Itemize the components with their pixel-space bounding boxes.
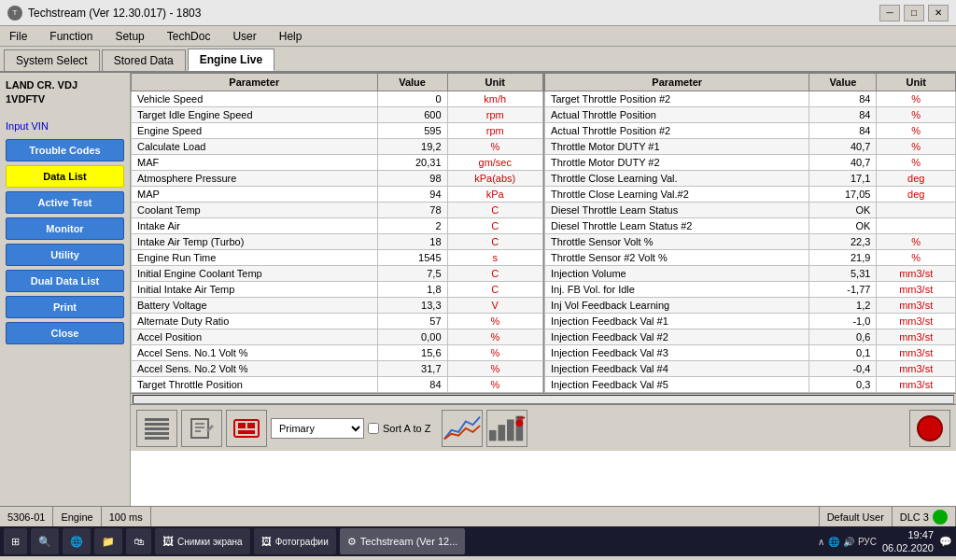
right-value-cell: OK bbox=[809, 218, 877, 234]
table-row: Inj. FB Vol. for Idle -1,77 mm3/st bbox=[545, 282, 956, 298]
table-row: Initial Intake Air Temp 1,8 C bbox=[132, 282, 543, 298]
left-param-cell: Battery Voltage bbox=[132, 298, 378, 314]
left-value-cell: 595 bbox=[377, 123, 447, 139]
notification-icon[interactable]: 💬 bbox=[939, 536, 952, 548]
right-param-cell: Throttle Close Learning Val. bbox=[545, 171, 809, 187]
status-spacer bbox=[151, 507, 820, 526]
start-button[interactable]: ⊞ bbox=[4, 528, 27, 554]
toolbar-graph-btn[interactable] bbox=[442, 410, 483, 447]
taskbar-explorer-btn[interactable]: 📁 bbox=[94, 528, 122, 554]
techstream-task-label: Techstream (Ver 12... bbox=[360, 536, 458, 547]
taskbar-search-btn[interactable]: 🔍 bbox=[31, 528, 59, 554]
left-value-cell: 15,6 bbox=[377, 345, 447, 361]
left-unit-cell: C bbox=[447, 218, 542, 234]
right-unit-cell: deg bbox=[877, 171, 956, 187]
right-table-scroll[interactable]: Parameter Value Unit Target Throttle Pos… bbox=[544, 73, 956, 393]
taskbar-store-btn[interactable]: 🛍 bbox=[126, 528, 151, 554]
minimize-button[interactable]: ─ bbox=[879, 5, 900, 21]
svg-point-18 bbox=[516, 419, 524, 427]
window-controls[interactable]: ─ □ ✕ bbox=[879, 5, 949, 21]
toolbar-edit-btn[interactable] bbox=[181, 410, 222, 447]
table-row: Intake Air 2 C bbox=[132, 218, 543, 234]
left-value-cell: 84 bbox=[377, 377, 447, 393]
taskbar-techstream-btn[interactable]: ⚙ Techstream (Ver 12... bbox=[340, 528, 466, 554]
print-button[interactable]: Print bbox=[6, 296, 124, 318]
trouble-codes-button[interactable]: Trouble Codes bbox=[6, 139, 124, 161]
vehicle-info: LAND CR. VDJ1VDFTV bbox=[6, 78, 124, 107]
language-indicator[interactable]: РУС bbox=[858, 537, 877, 547]
left-param-cell: Intake Air Temp (Turbo) bbox=[132, 234, 378, 250]
svg-rect-3 bbox=[145, 432, 169, 435]
active-test-button[interactable]: Active Test bbox=[6, 191, 124, 214]
right-param-cell: Throttle Motor DUTY #2 bbox=[545, 155, 809, 171]
right-unit-cell bbox=[877, 218, 956, 234]
network-icon[interactable]: 🌐 bbox=[828, 537, 839, 547]
record-button[interactable] bbox=[909, 410, 950, 447]
primary-dropdown[interactable]: Primary Secondary bbox=[271, 418, 364, 439]
right-param-cell: Injection Feedback Val #3 bbox=[545, 345, 809, 361]
monitor-button[interactable]: Monitor bbox=[6, 217, 124, 240]
utility-button[interactable]: Utility bbox=[6, 244, 124, 266]
left-table-container: Parameter Value Unit Vehicle Speed 0 km/… bbox=[131, 73, 543, 393]
record-circle-icon bbox=[917, 415, 943, 441]
table-row: Battery Voltage 13,3 V bbox=[132, 298, 543, 314]
menu-user[interactable]: User bbox=[227, 28, 261, 45]
right-value-cell: 22,3 bbox=[809, 234, 877, 250]
taskbar-photos2-btn[interactable]: 🖼 Фотографии bbox=[254, 528, 336, 554]
table-row: Throttle Sensor #2 Volt % 21,9 % bbox=[545, 250, 956, 266]
right-value-cell: 5,31 bbox=[809, 266, 877, 282]
tray-arrow[interactable]: ∧ bbox=[818, 537, 824, 547]
tab-engine-live[interactable]: Engine Live bbox=[188, 49, 274, 71]
content-area: Parameter Value Unit Vehicle Speed 0 km/… bbox=[131, 73, 956, 506]
menu-function[interactable]: Function bbox=[44, 28, 98, 45]
sidebar: LAND CR. VDJ1VDFTV Input VIN Trouble Cod… bbox=[0, 73, 131, 506]
toolbar-data-btn[interactable] bbox=[486, 410, 527, 447]
left-unit-cell: gm/sec bbox=[447, 155, 542, 171]
left-value-cell: 31,7 bbox=[377, 361, 447, 377]
data-list-button[interactable]: Data List bbox=[6, 165, 124, 188]
dual-data-list-button[interactable]: Dual Data List bbox=[6, 270, 124, 292]
scroll-track[interactable] bbox=[133, 395, 954, 404]
sort-checkbox[interactable] bbox=[368, 423, 379, 434]
toolbar-snapshot-btn[interactable] bbox=[226, 410, 267, 447]
maximize-button[interactable]: □ bbox=[904, 5, 924, 21]
menu-help[interactable]: Help bbox=[274, 28, 308, 45]
taskbar-photos-btn[interactable]: 🖼 Снимки экрана bbox=[155, 528, 250, 554]
right-unit-cell: mm3/st bbox=[877, 266, 956, 282]
left-value-cell: 78 bbox=[377, 203, 447, 218]
right-value-cell: 1,2 bbox=[809, 298, 877, 314]
close-button-sidebar[interactable]: Close bbox=[6, 322, 124, 344]
left-param-cell: Accel Sens. No.1 Volt % bbox=[132, 345, 378, 361]
menu-techdoc[interactable]: TechDoc bbox=[162, 28, 217, 45]
right-param-cell: Target Throttle Position #2 bbox=[545, 91, 809, 107]
toolbar-list-btn[interactable] bbox=[136, 410, 177, 447]
menu-file[interactable]: File bbox=[4, 28, 33, 45]
left-unit-cell: V bbox=[447, 298, 542, 314]
taskbar-chrome-btn[interactable]: 🌐 bbox=[63, 528, 91, 554]
right-unit-cell: mm3/st bbox=[877, 329, 956, 345]
table-row: Diesel Throttle Learn Status OK bbox=[545, 203, 956, 218]
left-unit-cell: % bbox=[447, 377, 542, 393]
right-value-cell: 40,7 bbox=[809, 139, 877, 155]
right-unit-cell: % bbox=[877, 123, 956, 139]
tab-system-select[interactable]: System Select bbox=[4, 49, 100, 71]
left-value-cell: 2 bbox=[377, 218, 447, 234]
menu-setup[interactable]: Setup bbox=[109, 28, 149, 45]
chrome-icon: 🌐 bbox=[70, 536, 83, 548]
table-row: Intake Air Temp (Turbo) 18 C bbox=[132, 234, 543, 250]
table-row: Throttle Motor DUTY #2 40,7 % bbox=[545, 155, 956, 171]
close-button[interactable]: ✕ bbox=[928, 5, 949, 21]
taskbar-right: ∧ 🌐 🔊 РУС 19:47 06.02.2020 💬 bbox=[818, 528, 952, 555]
left-value-cell: 1,8 bbox=[377, 282, 447, 298]
sort-checkbox-label[interactable]: Sort A to Z bbox=[368, 423, 430, 434]
left-table-scroll[interactable]: Parameter Value Unit Vehicle Speed 0 km/… bbox=[131, 73, 543, 393]
volume-icon[interactable]: 🔊 bbox=[843, 537, 854, 547]
horizontal-scrollbar[interactable] bbox=[131, 393, 956, 404]
right-param-cell: Inj Vol Feedback Learning bbox=[545, 298, 809, 314]
svg-rect-4 bbox=[145, 437, 169, 440]
right-value-cell: 40,7 bbox=[809, 155, 877, 171]
table-row: Injection Feedback Val #2 0,6 mm3/st bbox=[545, 329, 956, 345]
table-row: Throttle Motor DUTY #1 40,7 % bbox=[545, 139, 956, 155]
tab-stored-data[interactable]: Stored Data bbox=[102, 49, 186, 71]
right-value-cell: 0,1 bbox=[809, 345, 877, 361]
